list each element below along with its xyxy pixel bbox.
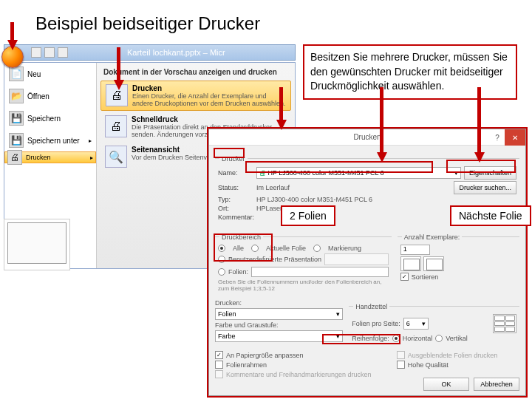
sortieren-label: Sortieren [412, 273, 439, 281]
bereich-group-label: Druckbereich [219, 233, 263, 241]
radio-vertikal[interactable] [435, 335, 443, 342]
folien-input[interactable] [251, 267, 389, 277]
new-icon: 📄 [9, 66, 24, 81]
exemplare-group-label: Anzahl Exemplare: [402, 233, 463, 241]
anpassen-check[interactable]: ✓ [215, 351, 223, 359]
preview-icon: 🔍 [105, 146, 127, 168]
alle-label: Alle [233, 245, 244, 252]
markierung-label: Markierung [328, 245, 361, 252]
aktuelle-label: Aktuelle Folie [266, 245, 306, 252]
anpassen-label: An Papiergröße anpassen [226, 352, 304, 359]
folien-label: Folien: [228, 268, 248, 276]
dialog-close[interactable]: ✕ [505, 129, 525, 146]
menu-oeffnen[interactable]: 📂Öffnen [4, 85, 96, 107]
reihenfolge-label: Reihenfolge: [352, 335, 389, 342]
typ-label: Typ: [218, 196, 253, 203]
qat-save-icon[interactable] [31, 47, 41, 58]
komm-label: Kommentare und Freihandmarkierungen druc… [226, 371, 372, 378]
dialog-help[interactable]: ? [490, 129, 505, 146]
callout-box: Besitzen Sie mehrere Drucker, müssen Sie… [303, 44, 517, 100]
sortieren-check[interactable]: ✓ [400, 273, 409, 281]
tag-naechste: Nächste Folie [450, 205, 531, 226]
dialog-title: Drucken [353, 133, 381, 141]
vert-label: Vertikal [446, 335, 468, 342]
rahmen-label: Folienrahmen [226, 361, 267, 369]
radio-alle[interactable] [218, 245, 225, 252]
radio-benutzer[interactable] [218, 256, 225, 263]
status-label: Status: [218, 184, 253, 191]
submenu-drucken-title: Drucken [132, 84, 286, 92]
print-dialog: Drucken ? ✕ Drucker Name: 🖨 HP LJ300-400… [208, 129, 526, 396]
printer-group-label: Drucker [219, 155, 248, 163]
drucken-was-select[interactable]: Folien▾ [215, 308, 343, 320]
menu-oeffnen-label: Öffnen [27, 92, 50, 100]
hq-check[interactable] [397, 361, 405, 369]
farbe-label: Farbe und Graustufe: [215, 321, 282, 329]
menu-drucken-label: Drucken [26, 154, 51, 161]
folien-hint: Geben Sie die Foliennummern und/oder den… [218, 279, 389, 292]
typ-value: HP LJ300-400 color M351-M451 PCL 6 [256, 196, 372, 203]
slide-thumbnails [4, 219, 70, 270]
komm-check [215, 370, 223, 378]
layout-preview-icon [493, 314, 516, 333]
menu-speichern-label: Speichern [27, 115, 61, 123]
fps-value: 6 [406, 320, 410, 327]
qat-undo-icon[interactable] [44, 47, 55, 58]
fps-label: Folien pro Seite: [352, 320, 400, 327]
radio-aktuelle[interactable] [251, 245, 259, 252]
collate-icon-2 [423, 256, 444, 271]
submenu-schnell-title: Schnelldruck [132, 115, 287, 123]
menu-speichern-unter-label: Speichern unter [27, 137, 80, 145]
handzettel-group-label: Handzettel [353, 303, 389, 310]
ausgebl-check [397, 351, 405, 359]
window-title: KarteiI lochkant.pptx – Micr [127, 48, 225, 57]
menu-neu-label: Neu [27, 70, 41, 78]
submenu-drucken-desc: Einen Drucker, die Anzahl der Exemplare … [132, 92, 286, 107]
slide-thumb-1[interactable] [7, 222, 66, 264]
horiz-label: Horizontal [403, 335, 433, 342]
ausgebl-label: Ausgeblendete Folien drucken [408, 352, 498, 359]
ok-button[interactable]: OK [423, 378, 469, 391]
qat-redo-icon[interactable] [58, 47, 68, 58]
printer-name: HP LJ300-400 color M351-M451 PCL 6 [268, 169, 384, 177]
fps-select[interactable]: 6▾ [403, 318, 429, 330]
saveas-icon: 💾 [9, 133, 24, 148]
radio-folien[interactable] [218, 268, 225, 276]
farbe-value: Farbe [218, 332, 236, 340]
menu-right-heading: Dokument in der Vorschau anzeigen und dr… [99, 65, 293, 79]
ort-label: Ort: [218, 205, 253, 212]
exemplare-input[interactable]: 1 [400, 245, 430, 255]
quickprint-icon: 🖨 [105, 115, 127, 137]
rahmen-check[interactable] [215, 361, 223, 369]
eigenschaften-button[interactable]: Eigenschaften [464, 166, 516, 180]
print-icon: 🖨 [7, 150, 22, 165]
submenu-drucken[interactable]: 🖨 DruckenEinen Drucker, die Anzahl der E… [100, 81, 291, 111]
collate-icon [400, 256, 421, 271]
kommentar-label: Kommentar: [218, 214, 253, 221]
printer-select[interactable]: 🖨 HP LJ300-400 color M351-M451 PCL 6▾ [256, 167, 461, 179]
abbrechen-button[interactable]: Abbrechen [474, 378, 519, 391]
drucken-was-label: Drucken: [215, 299, 282, 307]
menu-drucken[interactable]: 🖨Drucken▸ [4, 151, 96, 163]
farbe-select[interactable]: Farbe▾ [215, 330, 343, 342]
benutzer-label: Benutzerdefinierte Präsentation [228, 256, 321, 263]
drucker-suchen-button[interactable]: Drucker suchen... [454, 181, 516, 194]
name-label: Name: [218, 169, 253, 177]
menu-speichern[interactable]: 💾Speichern [4, 107, 96, 129]
menu-speichern-unter[interactable]: 💾Speichern unter▸ [4, 129, 96, 151]
hq-label: Hohe Qualität [408, 361, 449, 369]
benutzer-select [324, 253, 389, 265]
drucken-was-value: Folien [218, 310, 236, 318]
radio-horizontal[interactable] [392, 335, 400, 342]
slide-title: Beispiel beidseitiger Drucker [0, 0, 532, 44]
titlebar: KarteiI lochkant.pptx – Micr [4, 44, 296, 61]
radio-markierung[interactable] [313, 245, 321, 252]
save-icon: 💾 [9, 111, 24, 126]
open-icon: 📂 [9, 89, 24, 103]
tag-2folien: 2 Folien [281, 205, 335, 226]
status-value: Im Leerlauf [256, 184, 290, 191]
